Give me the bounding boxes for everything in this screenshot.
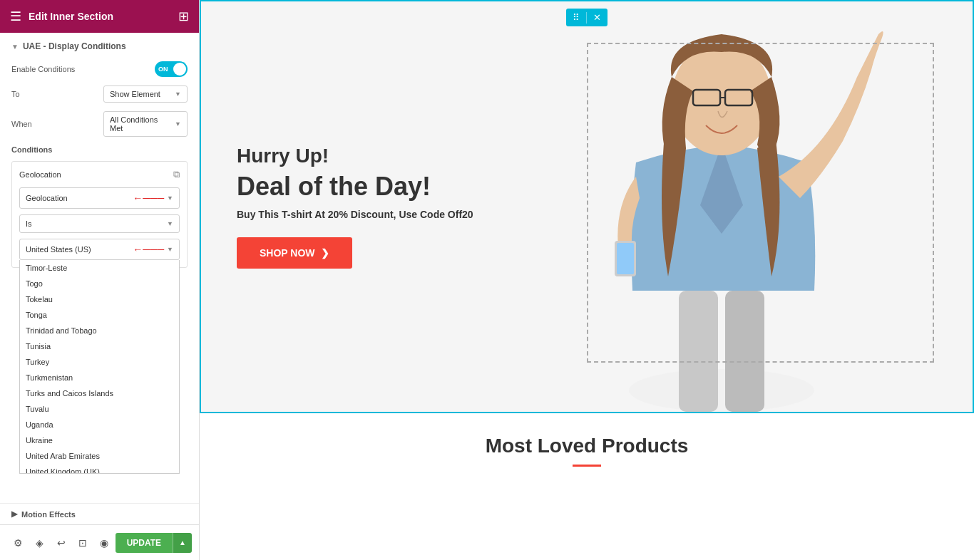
list-item[interactable]: Tonga (20, 307, 179, 323)
country-selected-dropdown[interactable]: United States (US) ←─── ▼ (19, 239, 180, 260)
country-dropdown-list: Timor-Leste Togo Tokelau Tonga Trinidad … (19, 260, 180, 474)
preview-icon-button[interactable]: ◉ (93, 532, 115, 554)
list-item[interactable]: Turkey (20, 354, 179, 370)
to-row: To Show Element ▼ (11, 85, 188, 103)
is-dropdown-value: Is (26, 219, 32, 228)
most-loved-section: Most Loved Products (200, 413, 974, 560)
svg-point-0 (629, 369, 814, 412)
hero-deal-text: Deal of the Day! (237, 172, 473, 202)
list-item[interactable]: Tunisia (20, 338, 179, 354)
hamburger-icon[interactable]: ☰ (10, 9, 21, 24)
svg-rect-8 (617, 243, 634, 274)
enable-conditions-row: Enable Conditions ON (11, 61, 188, 77)
hero-subtitle-text: Buy This T-shirt At 20% Discount, Use Co… (237, 209, 473, 220)
list-item[interactable]: Tuvalu (20, 401, 179, 417)
motion-effects-collapse-arrow-icon: ▶ (11, 509, 17, 519)
toggle-on-label: ON (158, 66, 168, 73)
collapse-arrow-icon: ▼ (11, 43, 19, 51)
country-dropdown-caret-icon: ▼ (167, 246, 173, 253)
condition-block-header: Geolocation ⧉ (19, 169, 180, 180)
panel-body: ▼ UAE - Display Conditions Enable Condit… (0, 33, 199, 503)
history-icon-button[interactable]: ↩ (51, 532, 72, 554)
is-dropdown-caret-icon: ▼ (167, 220, 173, 227)
panel-header-title: Edit Inner Section (29, 11, 113, 22)
grid-icon[interactable]: ⊞ (178, 9, 189, 24)
shop-now-arrow-icon: ❯ (321, 247, 329, 259)
motion-effects-section: ▶ Motion Effects (0, 503, 199, 524)
red-arrow-indicator-icon: ←─── (133, 192, 164, 204)
to-dropdown-caret-icon: ▼ (175, 90, 181, 98)
list-item[interactable]: United Kingdom (UK) (20, 464, 179, 474)
hero-text-section: Hurry Up! Deal of the Day! Buy This T-sh… (201, 102, 509, 311)
hero-banner: ⠿ ✕ Hurry Up! Deal of the Day! Buy This … (200, 0, 974, 413)
hero-woman-svg (508, 6, 935, 412)
motion-effects-label: Motion Effects (21, 510, 76, 519)
hero-hurry-up-text: Hurry Up! (237, 145, 473, 167)
hero-image-area (471, 1, 973, 412)
list-item[interactable]: Tokelau (20, 291, 179, 307)
country-selected-value: United States (US) (26, 245, 91, 254)
is-dropdown[interactable]: Is ▼ (19, 214, 180, 233)
to-dropdown[interactable]: Show Element ▼ (103, 85, 188, 103)
list-item[interactable]: Timor-Leste (20, 260, 179, 276)
right-content-area: ⠿ ✕ Hurry Up! Deal of the Day! Buy This … (200, 0, 974, 560)
shop-now-label: SHOP NOW (260, 247, 315, 259)
list-item[interactable]: Togo (20, 276, 179, 291)
list-item[interactable]: United Arab Emirates (20, 448, 179, 464)
left-panel: ☰ Edit Inner Section ⊞ ▼ UAE - Display C… (0, 0, 200, 560)
geolocation-type-value: Geolocation (26, 194, 68, 202)
update-button-group: UPDATE ▲ (116, 533, 192, 553)
list-item[interactable]: Turks and Caicos Islands (20, 385, 179, 401)
when-row: When All Conditions Met ▼ (11, 111, 188, 137)
motion-effects-header[interactable]: ▶ Motion Effects (0, 509, 199, 519)
when-dropdown-caret-icon: ▼ (175, 120, 181, 128)
update-button[interactable]: UPDATE (116, 533, 173, 553)
enable-conditions-toggle[interactable]: ON (155, 61, 188, 77)
enable-conditions-label: Enable Conditions (11, 65, 75, 73)
to-dropdown-value: Show Element (110, 90, 160, 98)
svg-rect-1 (679, 291, 718, 412)
condition-block: Geolocation ⧉ Geolocation ←─── ▼ Is ▼ Un… (11, 161, 188, 268)
responsive-icon-button[interactable]: ⊡ (72, 532, 93, 554)
country-select-wrap: United States (US) ←─── ▼ Timor-Leste To… (19, 239, 180, 260)
list-item[interactable]: Ukraine (20, 432, 179, 448)
list-item[interactable]: Trinidad and Tobago (20, 323, 179, 338)
when-dropdown-value: All Conditions Met (110, 115, 172, 133)
list-item[interactable]: Turkmenistan (20, 370, 179, 385)
when-label: When (11, 120, 32, 128)
settings-icon-button[interactable]: ⚙ (7, 532, 29, 554)
panel-header-left: ☰ Edit Inner Section (10, 9, 113, 24)
section-collapse-header[interactable]: ▼ UAE - Display Conditions (11, 41, 188, 51)
list-item[interactable]: Uganda (20, 417, 179, 432)
content-controls: ⠿ ✕ (566, 9, 608, 26)
close-widget-button[interactable]: ✕ (587, 9, 608, 26)
most-loved-title: Most Loved Products (214, 435, 960, 457)
display-conditions-section-title: UAE - Display Conditions (23, 41, 126, 51)
panel-footer: ⚙ ◈ ↩ ⊡ ◉ UPDATE ▲ (0, 524, 199, 560)
toggle-knob (173, 63, 186, 76)
geolocation-type-dropdown[interactable]: Geolocation ←─── ▼ (19, 187, 180, 209)
panel-header: ☰ Edit Inner Section ⊞ (0, 0, 199, 33)
enable-conditions-toggle-wrap: ON (155, 61, 188, 77)
condition-block-geolocation-title: Geolocation (19, 170, 61, 179)
to-label: To (11, 90, 20, 98)
update-dropdown-button[interactable]: ▲ (173, 533, 192, 553)
svg-rect-2 (725, 291, 764, 412)
country-red-arrow-icon: ←─── (133, 244, 164, 255)
move-widget-button[interactable]: ⠿ (566, 9, 586, 26)
when-dropdown[interactable]: All Conditions Met ▼ (103, 111, 188, 137)
layers-icon-button[interactable]: ◈ (29, 532, 50, 554)
copy-icon[interactable]: ⧉ (173, 169, 180, 180)
geolocation-dropdown-caret-icon: ▼ (167, 195, 173, 202)
conditions-section-label: Conditions (11, 145, 188, 154)
most-loved-underline (573, 465, 601, 467)
shop-now-button[interactable]: SHOP NOW ❯ (237, 237, 352, 269)
